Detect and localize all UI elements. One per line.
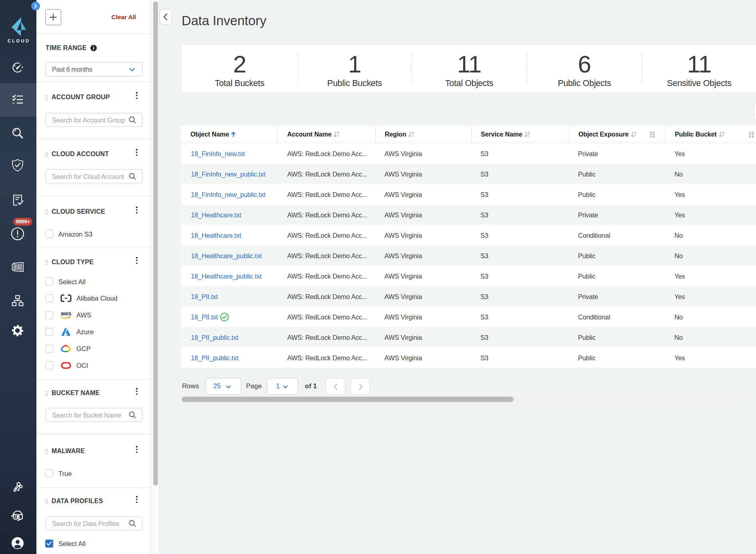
svg-text:aws: aws	[61, 310, 72, 317]
